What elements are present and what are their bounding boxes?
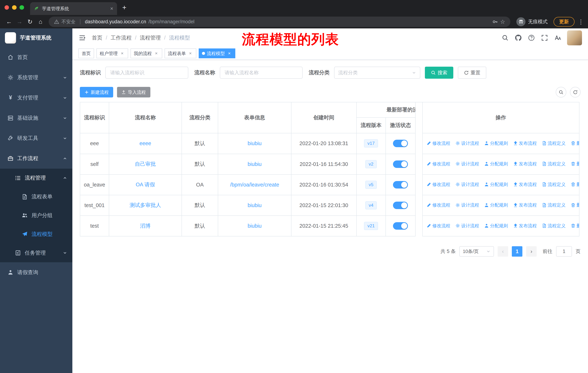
next-page-button[interactable]: ›	[526, 246, 537, 257]
action-assign-rule-link[interactable]: 分配规则	[484, 202, 508, 208]
page-size-select[interactable]: 10条/页	[459, 246, 494, 257]
window-close-button[interactable]	[5, 5, 9, 10]
status-toggle[interactable]	[393, 202, 408, 209]
tag-close-icon[interactable]: ×	[120, 51, 125, 56]
cell-form-link[interactable]: biubiu	[218, 133, 291, 154]
action-publish-link[interactable]: 发布流程	[513, 161, 537, 167]
search-button[interactable]: 搜索	[425, 67, 453, 79]
cell-name-link[interactable]: 自己审批	[109, 154, 182, 175]
sidebar-item-home[interactable]: 首页	[0, 47, 72, 67]
search-icon[interactable]	[501, 34, 509, 41]
action-design-link[interactable]: 设计流程	[455, 181, 479, 187]
toggle-search-button[interactable]	[556, 87, 566, 97]
action-publish-link[interactable]: 发布流程	[513, 202, 537, 208]
action-modify-link[interactable]: 修改流程	[427, 161, 450, 167]
action-delete-link[interactable]: 删除	[571, 140, 579, 146]
action-design-link[interactable]: 设计流程	[455, 202, 479, 208]
import-process-button[interactable]: 导入流程	[117, 87, 150, 97]
process-category-select[interactable]: 流程分类	[334, 67, 420, 79]
action-definition-link[interactable]: 流程定义	[542, 161, 566, 167]
tag-process-model[interactable]: 流程模型 ×	[199, 49, 235, 58]
browser-menu-icon[interactable]: ⋮	[578, 18, 584, 25]
sidebar-item-payment-management[interactable]: ¥ 支付管理	[0, 88, 72, 108]
font-size-icon[interactable]	[554, 34, 561, 41]
browser-update-button[interactable]: 更新	[554, 17, 575, 27]
action-design-link[interactable]: 设计流程	[455, 223, 479, 229]
sidebar-item-leave-query[interactable]: 请假查询	[0, 262, 72, 282]
action-delete-link[interactable]: 删除	[571, 202, 579, 208]
tag-home[interactable]: 首页	[78, 49, 94, 58]
action-modify-link[interactable]: 修改流程	[427, 202, 450, 208]
process-key-input[interactable]	[105, 67, 188, 79]
breadcrumb-workflow[interactable]: 工作流程	[111, 34, 132, 41]
action-definition-link[interactable]: 流程定义	[542, 202, 566, 208]
home-button[interactable]: ⌂	[35, 18, 46, 25]
status-toggle[interactable]	[393, 161, 408, 168]
address-bar[interactable]: 不安全 dashboard.yudao.iocoder.cn/bpm/manag…	[49, 17, 510, 27]
action-assign-rule-link[interactable]: 分配规则	[484, 161, 508, 167]
sidebar-item-dev-tools[interactable]: 研发工具	[0, 128, 72, 148]
action-modify-link[interactable]: 修改流程	[427, 140, 450, 146]
action-assign-rule-link[interactable]: 分配规则	[484, 140, 508, 146]
action-modify-link[interactable]: 修改流程	[427, 181, 450, 187]
cell-form-link[interactable]: biubiu	[218, 154, 291, 175]
tag-tenant-management[interactable]: 租户管理 ×	[96, 49, 128, 58]
status-toggle[interactable]	[393, 222, 408, 230]
sidebar-item-process-form[interactable]: 流程表单	[0, 187, 72, 206]
sidebar-item-user-group[interactable]: 用户分组	[0, 206, 72, 225]
hamburger-icon[interactable]	[78, 34, 86, 41]
tag-close-icon[interactable]: ×	[227, 51, 232, 56]
cell-name-link[interactable]: OA 请假	[109, 175, 182, 195]
window-zoom-button[interactable]	[20, 5, 24, 10]
sidebar-item-system-management[interactable]: 系统管理	[0, 67, 72, 88]
prev-page-button[interactable]: ‹	[498, 246, 508, 257]
action-delete-link[interactable]: 删除	[571, 223, 579, 229]
cell-form-link[interactable]: /bpm/oa/leave/create	[218, 175, 291, 195]
forward-button[interactable]: →	[14, 18, 25, 25]
cell-form-link[interactable]: biubiu	[218, 216, 291, 236]
action-definition-link[interactable]: 流程定义	[542, 181, 566, 187]
tag-my-process[interactable]: 我的流程 ×	[130, 49, 162, 58]
action-design-link[interactable]: 设计流程	[455, 161, 479, 167]
tag-process-form[interactable]: 流程表单 ×	[165, 49, 197, 58]
process-name-input[interactable]	[220, 67, 303, 79]
status-toggle[interactable]	[393, 140, 408, 147]
action-assign-rule-link[interactable]: 分配规则	[484, 223, 508, 229]
cell-name-link[interactable]: 测试多审批人	[109, 195, 182, 216]
reload-button[interactable]: ↻	[25, 18, 35, 25]
sidebar-item-task-management[interactable]: 任务管理	[0, 243, 72, 262]
action-delete-link[interactable]: 删除	[571, 161, 579, 167]
sidebar-item-infrastructure[interactable]: 基础设施	[0, 108, 72, 128]
tab-close-icon[interactable]: ×	[110, 6, 113, 12]
browser-tab[interactable]: 芋道管理系统 ×	[30, 2, 117, 15]
breadcrumb-process-management[interactable]: 流程管理	[140, 34, 161, 41]
action-publish-link[interactable]: 发布流程	[513, 223, 537, 229]
action-definition-link[interactable]: 流程定义	[542, 140, 566, 146]
sidebar-item-process-management[interactable]: 流程管理	[0, 169, 72, 187]
create-process-button[interactable]: 新建流程	[80, 87, 113, 97]
new-tab-button[interactable]: +	[122, 3, 126, 11]
bookmark-star-icon[interactable]: ☆	[500, 18, 505, 25]
sidebar-item-workflow[interactable]: 工作流程	[0, 148, 72, 169]
password-key-icon[interactable]	[492, 19, 498, 25]
github-icon[interactable]	[514, 34, 522, 41]
action-design-link[interactable]: 设计流程	[455, 140, 479, 146]
action-assign-rule-link[interactable]: 分配规则	[484, 181, 508, 187]
tag-close-icon[interactable]: ×	[188, 51, 193, 56]
cell-name-link[interactable]: 滔博	[109, 216, 182, 236]
reset-button[interactable]: 重置	[458, 67, 486, 79]
sidebar-item-process-model[interactable]: 流程模型	[0, 225, 72, 243]
action-definition-link[interactable]: 流程定义	[542, 223, 566, 229]
cell-name-link[interactable]: eeee	[109, 133, 182, 154]
action-publish-link[interactable]: 发布流程	[513, 140, 537, 146]
window-minimize-button[interactable]	[12, 5, 17, 10]
back-button[interactable]: ←	[4, 18, 14, 25]
action-delete-link[interactable]: 删除	[571, 181, 579, 187]
fullscreen-icon[interactable]	[541, 34, 548, 41]
action-publish-link[interactable]: 发布流程	[513, 181, 537, 187]
action-modify-link[interactable]: 修改流程	[427, 223, 450, 229]
status-toggle[interactable]	[393, 181, 408, 189]
goto-page-input[interactable]	[556, 246, 572, 257]
page-1-button[interactable]: 1	[512, 246, 522, 257]
cell-form-link[interactable]: biubiu	[218, 195, 291, 216]
